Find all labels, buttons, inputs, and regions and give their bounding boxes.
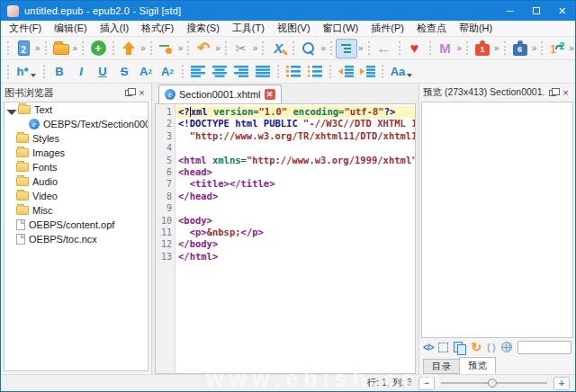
menu-item[interactable]: 插入(I) bbox=[94, 21, 135, 36]
toolbar-overflow-chevron[interactable]: » bbox=[494, 43, 500, 53]
menu-item[interactable]: 格式(F) bbox=[135, 21, 180, 36]
toolbar-handle[interactable] bbox=[187, 41, 190, 55]
toolbar-handle[interactable] bbox=[262, 41, 265, 55]
tree-item-misc[interactable]: Misc bbox=[4, 203, 148, 218]
toolbar-handle[interactable] bbox=[7, 41, 10, 55]
plugin-3-button[interactable]: 1 2 bbox=[546, 39, 568, 58]
code-line[interactable]: <body> bbox=[176, 215, 415, 227]
toolbar-handle[interactable] bbox=[382, 65, 384, 78]
menu-item[interactable]: 视图(V) bbox=[271, 21, 317, 36]
code-line[interactable]: <title></title> bbox=[176, 178, 415, 190]
toolbar-overflow-chevron[interactable]: » bbox=[358, 43, 364, 53]
code-line[interactable] bbox=[176, 142, 415, 154]
toolbar-overflow-chevron[interactable]: » bbox=[35, 43, 40, 53]
expander-icon[interactable] bbox=[6, 104, 16, 114]
toolbar-handle[interactable] bbox=[182, 65, 184, 78]
menu-item[interactable]: 编辑(E) bbox=[48, 21, 94, 36]
code-line[interactable]: <html xmlns="http://www.w3.org/1999/xhtm… bbox=[176, 155, 415, 166]
align-left-button[interactable] bbox=[187, 62, 209, 82]
plugin-2-button[interactable]: 6 bbox=[509, 39, 531, 58]
code-line[interactable]: <head> bbox=[176, 166, 415, 178]
underline-button[interactable]: U bbox=[92, 62, 113, 82]
toolbar-overflow-chevron[interactable]: » bbox=[569, 43, 574, 53]
align-right-button[interactable] bbox=[230, 62, 252, 82]
toolbar-overflow-chevron[interactable]: » bbox=[320, 43, 326, 53]
back-button[interactable]: ← bbox=[374, 39, 395, 58]
code-line[interactable]: <p>&nbsp;</p> bbox=[176, 227, 415, 238]
subscript-button[interactable]: A2 bbox=[135, 62, 157, 82]
mend-code-button[interactable]: X bbox=[267, 39, 289, 58]
new-epub-button[interactable]: 2 bbox=[13, 39, 34, 58]
zoom-slider-thumb[interactable] bbox=[488, 379, 497, 388]
cut-button[interactable]: ✂ bbox=[230, 39, 252, 58]
preview-tab-preview[interactable]: 预览 bbox=[459, 357, 496, 374]
toolbar-handle[interactable] bbox=[225, 41, 228, 55]
maximize-button[interactable] bbox=[523, 1, 549, 21]
tab-section0001[interactable]: e Section0001.xhtml ✕ bbox=[158, 85, 282, 103]
toolbar-handle[interactable] bbox=[429, 41, 432, 55]
bullet-list-button[interactable] bbox=[283, 62, 304, 82]
inspect-button[interactable]: </> bbox=[423, 343, 433, 352]
tree-item-text[interactable]: Text bbox=[4, 102, 148, 117]
float-panel-button[interactable] bbox=[122, 87, 134, 99]
numbered-list-button[interactable] bbox=[304, 62, 326, 82]
menu-item[interactable]: 插件(P) bbox=[364, 21, 410, 36]
toolbar-handle[interactable] bbox=[7, 65, 10, 78]
italic-button[interactable]: I bbox=[70, 62, 92, 82]
toolbar-handle[interactable] bbox=[112, 41, 115, 55]
preview-tab-toc[interactable]: 目录 bbox=[423, 359, 460, 374]
close-panel-button[interactable]: × bbox=[560, 87, 572, 99]
tree-item-fonts[interactable]: Fonts bbox=[4, 160, 148, 174]
match-button[interactable]: ( ) bbox=[487, 343, 495, 352]
align-justify-button[interactable] bbox=[252, 62, 274, 82]
toolbar-overflow-chevron[interactable]: » bbox=[532, 43, 537, 53]
plugin-1-button[interactable]: 1 bbox=[472, 39, 493, 58]
select-all-button[interactable] bbox=[438, 343, 448, 352]
zoom-in-button[interactable]: + bbox=[554, 377, 570, 390]
code-editor[interactable]: 12345678910111213 <?xml version="1.0" en… bbox=[155, 104, 416, 374]
tree-item-styles[interactable]: Styles bbox=[4, 131, 148, 146]
toolbar-handle[interactable] bbox=[330, 41, 333, 55]
preview-search-input[interactable] bbox=[518, 341, 572, 354]
menu-item[interactable]: 文件(F) bbox=[3, 21, 48, 36]
menu-item[interactable]: 检查点 bbox=[410, 21, 453, 36]
toolbar-handle[interactable] bbox=[43, 65, 46, 78]
tree-item-video[interactable]: Video bbox=[4, 189, 148, 203]
browser-button[interactable] bbox=[501, 342, 512, 352]
indent-button[interactable] bbox=[356, 62, 378, 82]
toolbar-handle[interactable] bbox=[466, 41, 469, 55]
outdent-button[interactable] bbox=[335, 62, 356, 82]
toolbar-overflow-chevron[interactable]: » bbox=[457, 43, 463, 53]
toolbar-handle[interactable] bbox=[399, 41, 401, 55]
refresh-button[interactable]: ↻ bbox=[471, 341, 482, 353]
tree-item-oebps-text-section0001-xhtml[interactable]: eOEBPS/Text/Section0001.xhtml bbox=[4, 117, 148, 131]
tree-item-images[interactable]: Images bbox=[4, 146, 148, 160]
align-center-button[interactable] bbox=[209, 62, 230, 82]
undo-button[interactable]: ↶ bbox=[193, 39, 214, 58]
code-line[interactable]: <?xml version="1.0" encoding="utf-8"?> bbox=[176, 106, 415, 118]
code-line[interactable]: </body> bbox=[176, 238, 415, 250]
find-button[interactable] bbox=[298, 39, 320, 58]
code-view[interactable]: <?xml version="1.0" encoding="utf-8"?><!… bbox=[176, 104, 415, 373]
minimize-button[interactable]: ─ bbox=[497, 1, 523, 21]
save-button[interactable] bbox=[118, 39, 140, 58]
toolbar-overflow-chevron[interactable]: » bbox=[73, 43, 78, 53]
float-panel-button[interactable] bbox=[546, 87, 558, 99]
code-line[interactable]: <!DOCTYPE html PUBLIC "-//W3C//DTD XHTML… bbox=[176, 118, 415, 129]
code-line[interactable]: "http://www.w3.org/TR/xhtml11/DTD/xhtml1… bbox=[176, 130, 415, 142]
code-line[interactable]: </head> bbox=[176, 191, 415, 202]
code-line[interactable]: </html> bbox=[176, 251, 415, 263]
toolbar-handle[interactable] bbox=[504, 41, 507, 55]
toolbar-handle[interactable] bbox=[368, 41, 371, 55]
copy-button[interactable] bbox=[454, 342, 465, 353]
generate-toc-button[interactable] bbox=[336, 39, 357, 58]
code-line[interactable] bbox=[176, 202, 415, 214]
toolbar-handle[interactable] bbox=[277, 65, 280, 78]
tree-item-audio[interactable]: Audio bbox=[4, 174, 148, 189]
preview-content[interactable] bbox=[421, 102, 573, 338]
toolbar-overflow-chevron[interactable]: » bbox=[140, 43, 146, 53]
close-panel-button[interactable]: × bbox=[136, 87, 148, 99]
heading-dropdown-button[interactable]: h* bbox=[13, 62, 40, 82]
zoom-slider[interactable] bbox=[441, 377, 547, 389]
menu-item[interactable]: 搜索(S) bbox=[180, 21, 226, 36]
